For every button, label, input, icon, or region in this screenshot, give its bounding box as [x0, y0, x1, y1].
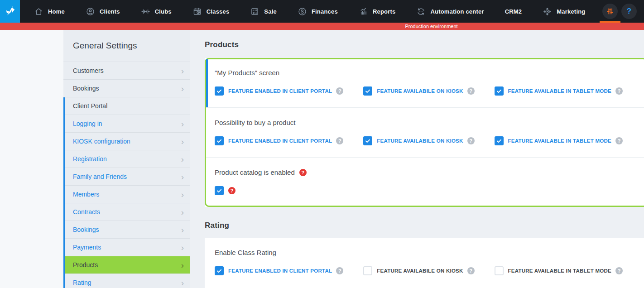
sidebar-item-label: Family and Friends	[73, 173, 127, 180]
sidebar-item-contracts[interactable]: Contracts ›	[65, 203, 190, 221]
nav-item-home[interactable]: Home	[24, 0, 75, 23]
check-icon	[365, 88, 371, 94]
sidebar-item-bookings[interactable]: Bookings ›	[65, 221, 190, 239]
nav-item-crm2[interactable]: CRM2	[495, 0, 533, 23]
nav-item-sale[interactable]: Sale	[240, 0, 287, 23]
clubs-icon	[141, 7, 150, 16]
sidebar-item-label: Registration	[73, 155, 107, 163]
feature-checkbox-feature-availabile-on-kiosk[interactable]	[363, 86, 372, 96]
chevron-right-icon: ›	[181, 261, 184, 269]
app-logo[interactable]	[0, 0, 20, 23]
app-body: General Settings Customers › Bookings › …	[0, 30, 644, 288]
nav-item-label: Clubs	[155, 8, 172, 15]
sidebar-item-kiosk-configuration[interactable]: KIOSK configuration ›	[65, 133, 190, 150]
nav-item-marketing[interactable]: Marketing	[532, 0, 596, 23]
chevron-right-icon: ›	[181, 190, 184, 199]
chevron-right-icon: ›	[181, 208, 184, 216]
nav-item-classes[interactable]: Classes	[182, 0, 240, 23]
marketing-icon	[543, 7, 552, 16]
chevron-right-icon: ›	[181, 173, 184, 181]
environment-settings-button[interactable]	[602, 4, 618, 19]
nav-item-clients[interactable]: Clients	[75, 0, 130, 23]
help-icon[interactable]: ?	[615, 87, 623, 95]
settings-row: Enable Class Rating ? FEATURE ENABLED IN…	[205, 238, 644, 287]
feature-checkbox-product-catalog[interactable]	[215, 186, 224, 195]
settings-row: "My Products" screen ? FEATURE ENABLED I…	[205, 58, 644, 107]
chevron-right-icon: ›	[181, 67, 184, 75]
help-icon[interactable]: ?	[467, 87, 475, 95]
nav-item-clubs[interactable]: Clubs	[130, 0, 182, 23]
sidebar-item-payments[interactable]: Payments ›	[65, 239, 190, 256]
classes-icon	[192, 7, 202, 16]
sidebar-item-label: KIOSK configuration	[73, 138, 130, 145]
help-icon[interactable]: ?	[336, 87, 343, 95]
clients-icon	[86, 7, 95, 16]
sliders-icon	[606, 7, 615, 16]
feature-checkbox-label: FEATURE AVAILABLE IN TABLET MODE	[508, 88, 611, 94]
settings-content: Products "My Products" screen ? FEATURE …	[190, 30, 644, 288]
sidebar-item-label: Products	[73, 261, 98, 269]
sale-icon	[250, 7, 260, 16]
feature-checkbox-feature-enabled-in-client-portal[interactable]	[215, 266, 224, 275]
setting-title: Enable Class Rating	[215, 249, 276, 256]
setting-title: Possibility to buy a product	[215, 119, 295, 126]
nav-item-label: CRM2	[505, 8, 522, 15]
section-heading: Products	[205, 40, 239, 49]
feature-checkbox-feature-enabled-in-client-portal[interactable]	[215, 136, 224, 145]
sidebar-item-label: Customers	[73, 67, 104, 74]
help-icon[interactable]: ?	[467, 137, 475, 144]
reports-icon	[359, 7, 368, 16]
feature-checkbox-feature-available-in-tablet-mode[interactable]	[495, 86, 504, 96]
feature-checkbox-feature-availabile-on-kiosk[interactable]	[363, 266, 372, 275]
help-icon[interactable]: ?	[467, 267, 475, 274]
sidebar-item-label: Rating	[73, 279, 91, 286]
feature-checkbox-feature-available-in-tablet-mode[interactable]	[495, 136, 504, 145]
help-icon[interactable]: ?	[336, 137, 343, 144]
nav-item-label: Finances	[312, 8, 338, 15]
sidebar-item-bookings[interactable]: Bookings ›	[63, 80, 190, 97]
help-icon-red[interactable]: ?	[299, 169, 307, 176]
feature-checkbox-label: FEATURE AVAILABLE IN TABLET MODE	[508, 268, 611, 274]
sidebar-item-family-and-friends[interactable]: Family and Friends ›	[65, 168, 190, 186]
setting-title: Product catalog is enabled	[215, 168, 295, 176]
feature-checkbox-feature-available-in-tablet-mode[interactable]	[495, 266, 504, 275]
check-icon	[216, 268, 222, 274]
nav-item-label: Clients	[100, 8, 120, 15]
feature-checkbox-feature-enabled-in-client-portal[interactable]	[215, 86, 224, 96]
sidebar-item-products[interactable]: Products ›	[65, 256, 190, 274]
check-icon	[496, 88, 502, 94]
feature-checkbox-feature-availabile-on-kiosk[interactable]	[363, 136, 372, 145]
sidebar-item-customers[interactable]: Customers ›	[63, 62, 190, 80]
feature-checkbox-label: FEATURE ENABLED IN CLIENT PORTAL	[228, 138, 332, 144]
help-icon[interactable]: ?	[336, 267, 343, 274]
left-gutter	[0, 30, 63, 288]
help-icon-red[interactable]: ?	[228, 187, 235, 194]
logo-star-icon	[3, 4, 17, 19]
sidebar-item-label: Members	[73, 191, 99, 198]
feature-checkbox-label: FEATURE AVAILABLE IN TABLET MODE	[508, 138, 611, 144]
sidebar-item-members[interactable]: Members ›	[65, 186, 190, 203]
sidebar-item-logging-in[interactable]: Logging in ›	[65, 115, 190, 133]
check-icon	[216, 88, 222, 94]
sidebar-item-registration[interactable]: Registration ›	[65, 150, 190, 168]
sidebar-item-label: Logging in	[73, 120, 102, 127]
home-icon	[34, 7, 43, 16]
feature-checkbox-label: FEATURE AVAILABILE ON KIOSK	[377, 268, 463, 274]
settings-row: Possibility to buy a product ? FEATURE E…	[205, 107, 644, 157]
help-icon[interactable]: ?	[615, 267, 623, 274]
help-icon[interactable]: ?	[615, 137, 623, 144]
nav-item-label: Home	[48, 8, 65, 15]
feature-checkbox-label: FEATURE ENABLED IN CLIENT PORTAL	[228, 88, 332, 94]
chevron-right-icon: ›	[181, 278, 184, 287]
sidebar-item-rating[interactable]: Rating ›	[65, 274, 190, 288]
sidebar-item-label: Client Portal	[73, 102, 107, 110]
sidebar-item-client-portal[interactable]: Client Portal	[65, 97, 190, 115]
sidebar-title: General Settings	[63, 30, 190, 62]
help-button[interactable]: ?	[621, 4, 637, 19]
environment-banner-text: Production environment	[405, 24, 457, 29]
nav-item-automation-center[interactable]: Automation center	[406, 0, 494, 23]
nav-item-reports[interactable]: Reports	[348, 0, 406, 23]
chevron-right-icon: ›	[181, 155, 184, 163]
settings-group-rating: Enable Class Rating ? FEATURE ENABLED IN…	[205, 238, 644, 288]
nav-item-finances[interactable]: Finances	[287, 0, 348, 23]
